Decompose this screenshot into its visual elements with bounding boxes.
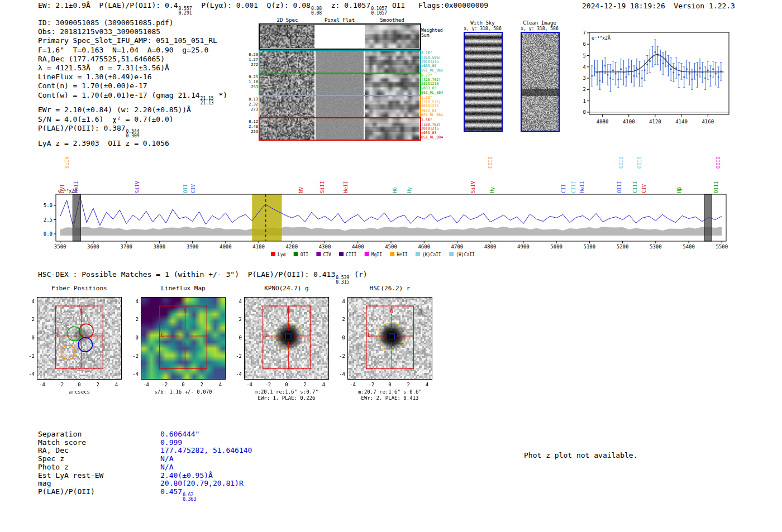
data-point xyxy=(615,73,617,75)
cutout-kpno-xtick: 2 xyxy=(299,382,311,387)
col-header-smoothed: Smoothed xyxy=(365,17,419,23)
cutout-fiber-ytick: 4 xyxy=(22,299,35,304)
data-point xyxy=(660,59,661,61)
info-line-7: Cont(n) = 1.70(±0.00)e-17 xyxy=(38,82,227,90)
info-line-0: ID: 3090051085 (3090051085.pdf) xyxy=(38,18,227,27)
match-value: N/A xyxy=(160,454,173,463)
catalog-match-table: Separation0.606444"Match score0.999RA, D… xyxy=(38,430,252,502)
cutout-lineflux-ytick: 2 xyxy=(126,317,139,322)
data-point xyxy=(673,72,675,74)
masked-band-0 xyxy=(73,194,80,241)
cutout-hsc-xtick: 0 xyxy=(384,382,395,387)
ytick-label: 0 xyxy=(583,109,586,115)
emission-line-label-Hγ-10: Hγ xyxy=(407,187,412,193)
data-point xyxy=(618,79,619,80)
cutout-hsc-xtick: -4 xyxy=(347,382,359,387)
ytick-label: 6 xyxy=(583,41,586,47)
data-point xyxy=(612,70,614,71)
info-5-text-0: λ = 4121.53Å σ = 7.31(±3.56)Å xyxy=(38,64,169,72)
summary-supsub-5: 0.10570.1057 xyxy=(370,7,388,16)
summary-text-6: OII Flags:0x00000009 xyxy=(388,1,488,9)
specrow-1-2dspec-image xyxy=(260,74,314,95)
cutout-kpno-xtick: 0 xyxy=(281,382,292,387)
match-row-photo-z: Photo zN/A xyxy=(38,463,252,472)
legend-label-2: CIV xyxy=(323,252,331,257)
data-point xyxy=(620,69,622,70)
hsc-supsub-1: 0.5390.315 xyxy=(335,276,350,285)
specrow-0-fiber-info: 0.76"(318,586)20181215v033_02051_RL_065 xyxy=(421,51,460,73)
info-1-text-0: Obs: 20181215v033_3090051085 xyxy=(38,27,160,36)
xtick-label: 4100 xyxy=(252,244,265,250)
emission-line-label-SiII-7: SiII xyxy=(320,181,325,193)
specrow-2-pixelflat-image xyxy=(316,96,364,117)
ytick-label: 2 xyxy=(583,87,586,92)
xtick-label: 5500 xyxy=(716,244,728,250)
legend-swatch-6 xyxy=(416,252,420,256)
cutout-kpno-ytick: 4 xyxy=(230,299,242,304)
cutout-kpno-xtick: -2 xyxy=(263,382,274,387)
cutout-overlay-kpno: NE xyxy=(244,297,329,380)
cutout-title-lineflux: Lineflux Map xyxy=(126,285,240,292)
cutout-kpno-caption-1: EWr: 1. PLAE: 0.226 xyxy=(230,395,344,401)
specrow-3-pixelflat-image xyxy=(316,118,364,140)
data-point xyxy=(655,51,656,53)
hsc-match-summary-line: HSC-DEX : Possible Matches = 1 (within +… xyxy=(38,270,368,285)
clean-image xyxy=(522,33,559,131)
match-label: P(LAE)/P(OII) xyxy=(38,488,160,496)
hsc-aperture-box xyxy=(366,306,414,368)
legend-swatch-5 xyxy=(390,252,394,256)
linefit-plot: 4080410041204140416001234567e⁻¹⁷x2Å xyxy=(570,22,754,128)
info-line-9: EWr = 2.10(±0.84) (w: 2.20(±0.85))Å xyxy=(38,106,227,114)
cutout-hsc-ytick: -4 xyxy=(333,371,345,377)
info-8-supsub-1: 21.1521.13 xyxy=(200,97,214,106)
col-header-2dspec: 2D Spec xyxy=(260,17,314,23)
hsc-text-2: (r) xyxy=(350,270,367,279)
elixer-detection-report: EW: 2.1±0.9Å P(LAE)/P(OII): 0.40.5570.29… xyxy=(0,0,782,532)
match-value: 0.999 xyxy=(160,438,182,447)
xtick-label: 4120 xyxy=(649,119,661,124)
match-val-5-text-0: 2.40(±0.95)Å xyxy=(160,471,213,480)
masked-band-1 xyxy=(705,194,712,241)
info-8-text-0: Cont(w) = 1.70(±0.01)e-17 (gmag 21.14 xyxy=(38,91,200,99)
flux-units-annotation: e⁻¹⁷x2Å xyxy=(592,35,611,41)
fiber-circle-gray-9 xyxy=(80,358,94,372)
cutout-hsc-caption-1: EWr: 2. PLAE: 0.413 xyxy=(333,395,447,401)
xtick-label: 3800 xyxy=(154,244,166,250)
legend-label-6: (K)CaII xyxy=(422,252,441,257)
info-3-text-0: F=1.6" T=0.163 N=1.04 A=0.90 g=25.0 xyxy=(38,46,208,54)
data-point xyxy=(633,75,635,77)
photz-unavailable-note: Phot z plot not available. xyxy=(524,451,638,459)
summary-supsub-1: 0.5570.291 xyxy=(178,7,192,16)
emission-line-label-CII-14: CII xyxy=(561,184,566,193)
cutout-fiber-xtick: -4 xyxy=(37,382,48,387)
xtick-label: 4800 xyxy=(484,244,497,250)
timestamp-version: 2024-12-19 18:19:26 Version 1.22.3 xyxy=(582,2,735,10)
xtick-label: 5300 xyxy=(650,244,662,250)
gaussian-fit-curve xyxy=(594,55,723,72)
ytick-label: 4 xyxy=(583,64,586,70)
legend-label-3: CIII xyxy=(346,252,356,257)
fiber-circle-gray-7 xyxy=(87,347,101,361)
ytick-label: 5 xyxy=(583,53,586,59)
fiber-circle-colored-3 xyxy=(61,346,75,360)
match-value: 20.80(20.79,20.81)R xyxy=(160,479,244,487)
cutout-fiber-xlabel: arcsecs xyxy=(22,389,136,395)
kpno-compass-n: N xyxy=(287,308,290,314)
specrow-3-2dspec-image xyxy=(260,118,314,140)
emission-line-label-OII-4: OII xyxy=(183,184,188,193)
hsc-compass-n: N xyxy=(390,308,393,314)
cutout-hsc-caption-0: m:20.7 re:1.6" s:0.6" xyxy=(333,389,447,395)
xtick-label: 4400 xyxy=(352,244,364,250)
match-label: Match score xyxy=(38,439,160,447)
data-point xyxy=(712,69,714,70)
ytick-label: 1 xyxy=(583,98,586,104)
specrow-0-2dspec-image xyxy=(260,51,314,73)
xtick-label: 5000 xyxy=(550,244,562,250)
xtick-label: 4140 xyxy=(675,119,688,124)
match-row-match-score: Match score0.999 xyxy=(38,439,252,447)
info-line-4: RA,Dec (177.475525,51.646065) xyxy=(38,55,227,64)
legend-swatch-7 xyxy=(449,252,454,256)
hsc-catalog-position-box xyxy=(389,334,395,339)
legend-label-0: Lyα xyxy=(278,252,286,257)
xtick-label: 4500 xyxy=(385,244,397,250)
